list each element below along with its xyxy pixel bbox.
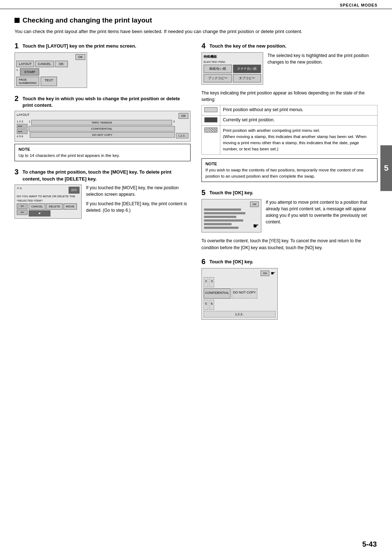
key-desc-3: Print position with another competing pr… bbox=[220, 125, 377, 154]
key-desc-1: Print position without any set print men… bbox=[220, 105, 377, 115]
step-2-conf-row: CONFIDENTIAL bbox=[29, 126, 175, 131]
step-3-block: 3 To change the print position, touch th… bbox=[15, 168, 191, 218]
step-5-number: 5 bbox=[201, 189, 209, 197]
step-6-hand-icon: ☛ bbox=[271, 270, 275, 276]
step-6-mockup: OK ☛ 2 3 bbox=[201, 268, 278, 320]
step-6-top: OK ☛ bbox=[204, 270, 275, 276]
key-table-row-2: Currently set print position. bbox=[202, 115, 377, 125]
step-2-numbering: 1,2,3.. bbox=[176, 133, 188, 138]
key-table-row-1: Print position without any set print men… bbox=[202, 105, 377, 115]
step-4-btn1: 表紙/合い紙 bbox=[204, 65, 232, 73]
step-4-heading-row: 4 Touch the key of the new position. bbox=[201, 42, 377, 50]
step-6-cell-3: 3 bbox=[209, 277, 214, 287]
step-2-heading: Touch the key in which you wish to chang… bbox=[23, 94, 191, 109]
step-4-area: 特殊機能 ELECTED ITEM.. 表紙/合い紙 ＯＨＰ合い紙 ブックコピー… bbox=[201, 52, 377, 87]
step-2-taro: TARO YAMADA bbox=[31, 120, 172, 125]
right-column: 4 Touch the key of the new position. 特殊機… bbox=[201, 42, 377, 327]
step-4-elected-item: ELECTED ITEM.. bbox=[204, 60, 261, 64]
step-3-delete-btn: DELETE bbox=[46, 203, 62, 210]
step-3-mockup: ⏎ 0 目印 DO YOU WANT TO MOVE OR DELETE THE… bbox=[15, 185, 82, 219]
step-1-heading: Touch the [LAYOUT] key on the print menu… bbox=[23, 42, 136, 50]
step-3-heading-row: 3 To change the print position, touch th… bbox=[15, 168, 191, 182]
step-5-content: ☛ bbox=[204, 208, 259, 230]
sidebar-number: 5 bbox=[380, 145, 392, 191]
step-3-move-btn: MOVE bbox=[64, 203, 77, 210]
step-5-line-5 bbox=[204, 223, 232, 225]
header-title: SPECIAL MODES bbox=[340, 3, 377, 7]
step-2-ok: OK bbox=[179, 113, 188, 119]
step-6-numbering: 1,2,3.. bbox=[204, 311, 275, 317]
key-bar-light-icon bbox=[204, 107, 217, 112]
note-2-title: NOTE bbox=[205, 161, 373, 167]
step-6-dnc-label: DO NOT COPY bbox=[233, 291, 256, 294]
step-5-line-3 bbox=[204, 216, 236, 218]
step-4-btn3: ブックコピー bbox=[204, 74, 232, 82]
step-3-selected-item: *SELECTED ITEM? bbox=[17, 199, 79, 202]
step-2-mockup: LAYOUT OK 1 2 3 ≡≡≡ ≡≡≡ 4 5 6 bbox=[15, 111, 191, 142]
step-6-number: 6 bbox=[201, 258, 209, 266]
key-table-row-3: Print position with another competing pr… bbox=[202, 125, 377, 154]
key-icon-striped bbox=[202, 125, 220, 154]
step-4-mockup: 特殊機能 ELECTED ITEM.. 表紙/合い紙 ＯＨＰ合い紙 ブックコピー… bbox=[201, 52, 263, 85]
step-4-number: 4 bbox=[201, 42, 209, 50]
step-3-question: DO YOU WANT TO MOVE OR DELETE THE bbox=[17, 195, 79, 198]
step-6-cell-2: 2 bbox=[204, 277, 208, 287]
step-1-cancel-btn: CANCEL bbox=[35, 61, 54, 67]
step-1-ok-top: OK bbox=[16, 54, 85, 60]
step-3-hand-btn: ☛ bbox=[29, 210, 50, 216]
step-5-lines bbox=[204, 208, 250, 230]
step-1-number: 1 bbox=[15, 42, 23, 50]
step-6-confidential: CONFIDENTIAL bbox=[204, 288, 230, 299]
step-5-text: If you attempt to move print content to … bbox=[266, 199, 377, 235]
key-bar-dark-icon bbox=[204, 117, 217, 122]
step-2-note-title: NOTE bbox=[19, 146, 187, 153]
step-5-line-6 bbox=[204, 227, 238, 229]
hand-pointing-icon: ☛ bbox=[253, 222, 259, 230]
key-icon-light bbox=[202, 105, 220, 115]
step-5-line-4 bbox=[204, 219, 243, 222]
step-5-line-1 bbox=[204, 208, 241, 211]
step-4-text: The selected key is highlighted and the … bbox=[268, 52, 377, 87]
step-6-heading: Touch the [OK] key. bbox=[209, 258, 253, 266]
step-1-ok-btn: OK bbox=[75, 54, 85, 60]
step-2-note: NOTE Up to 14 characters of the print te… bbox=[15, 144, 191, 162]
step-5-line-2 bbox=[204, 212, 245, 214]
step-1-block: 1 Touch the [LAYOUT] key on the print me… bbox=[15, 42, 191, 88]
section-title: Checking and changing the print layout bbox=[15, 16, 377, 24]
step-3-top-row: ⏎ 0 目印 bbox=[17, 187, 79, 194]
note-2-box: NOTE If you wish to swap the contents of… bbox=[201, 158, 377, 182]
step-6-cell-5: 5 bbox=[204, 300, 208, 310]
two-col-layout: 1 Touch the [LAYOUT] key on the print me… bbox=[15, 42, 377, 327]
step-5-after-text: To overwrite the content, touch the [YES… bbox=[201, 238, 377, 251]
step-3-selected-btn: 目印 bbox=[69, 187, 79, 194]
step-6-cell-6: 6 bbox=[209, 300, 214, 310]
step-2-row1: ≡≡≡ bbox=[17, 124, 28, 129]
step-6-block: 6 Touch the [OK] key. OK ☛ bbox=[201, 258, 377, 320]
step-2-grid: 1 2 3 ≡≡≡ ≡≡≡ 4 5 6 1 bbox=[17, 120, 188, 138]
step-2-name-row: 1 TARO YAMADA 2 bbox=[29, 120, 175, 125]
step-6-ok-btn: OK bbox=[261, 271, 269, 276]
step-6-conf-label: CONFIDENTIAL bbox=[205, 291, 229, 295]
step-3-btn-row: ≡≡ ≡≡ CANCEL DELETE MOVE ☛ bbox=[17, 203, 79, 216]
note-2-text: If you wish to swap the contents of two … bbox=[205, 167, 373, 180]
step-5-block: 5 Touch the [OK] key. OK bbox=[201, 189, 377, 251]
step-6-row2: CONFIDENTIAL DO NOT COPY bbox=[204, 288, 275, 299]
step-6-row1: 2 3 bbox=[204, 277, 275, 287]
page-number: 5-43 bbox=[362, 540, 377, 548]
section-title-text: Checking and changing the print layout bbox=[23, 16, 152, 24]
step-3-text: If you touched the [MOVE] key, the new p… bbox=[86, 185, 191, 219]
step-3-number: 3 bbox=[15, 168, 23, 182]
step-2-main-area: 1 TARO YAMADA 2 CONFIDENTIAL DO NOT COPY bbox=[29, 120, 175, 138]
step-1-heading-row: 1 Touch the [LAYOUT] key on the print me… bbox=[15, 42, 191, 50]
step-1-num1: 1 bbox=[16, 68, 18, 76]
key-icon-dark bbox=[202, 115, 220, 125]
step-5-mockup: OK ☛ bbox=[201, 199, 261, 232]
step-5-heading-row: 5 Touch the [OK] key. bbox=[201, 189, 377, 197]
page-content: Checking and changing the print layout Y… bbox=[0, 9, 392, 348]
step-3-heading: To change the print position, touch the … bbox=[23, 168, 191, 182]
step-6-heading-row: 6 Touch the [OK] key. bbox=[201, 258, 377, 266]
step-2-donotcopy: DO NOT COPY bbox=[30, 132, 175, 138]
step-2-confidential: CONFIDENTIAL bbox=[29, 126, 175, 131]
step-5-ok-area: OK bbox=[204, 202, 259, 207]
step-4-block: 4 Touch the key of the new position. 特殊機… bbox=[201, 42, 377, 182]
